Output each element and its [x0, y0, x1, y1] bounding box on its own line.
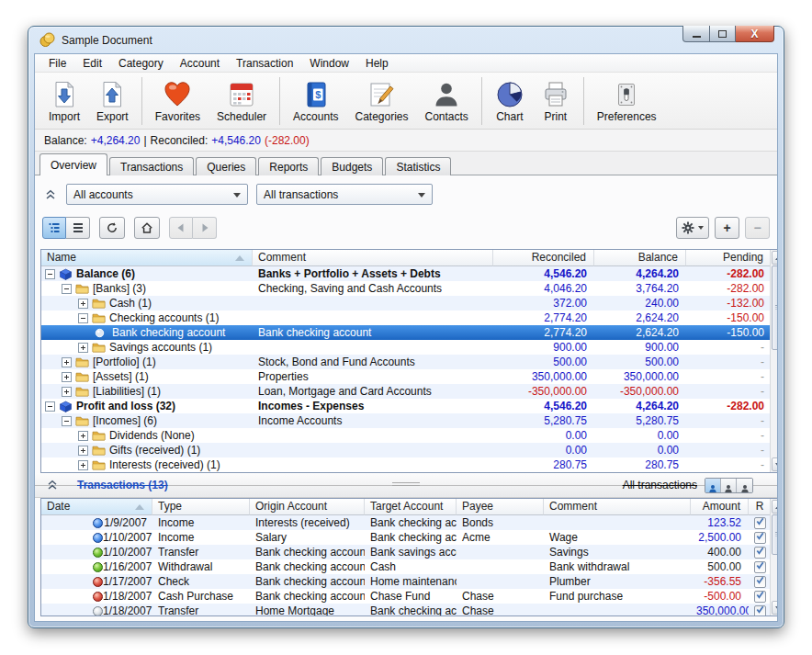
tab-budgets[interactable]: Budgets — [321, 157, 383, 175]
expander-plus-icon[interactable] — [78, 431, 88, 441]
expander-plus-icon[interactable] — [62, 387, 72, 397]
tree-row[interactable]: Interests (received) (1)280.75280.75- — [41, 457, 772, 472]
menu-item-help[interactable]: Help — [357, 55, 397, 72]
tree-row[interactable]: [Incomes] (6)Income Accounts5,280.755,28… — [41, 413, 772, 428]
transaction-row[interactable]: 1/10/2007IncomeSalaryBank checking accou… — [41, 530, 772, 545]
expander-plus-icon[interactable] — [62, 372, 72, 382]
tree-row[interactable]: Checking accounts (1)2,774.202,624.20-15… — [41, 311, 772, 325]
tree-row[interactable]: Balance (6)Banks + Portfolio + Assets + … — [41, 266, 772, 281]
expander-minus-icon[interactable] — [45, 269, 55, 279]
expander-plus-icon[interactable] — [62, 357, 72, 367]
tree-row[interactable]: Savings accounts (1)900.00900.00- — [41, 340, 772, 355]
accounts-button[interactable]: $Accounts — [285, 77, 346, 125]
column-header-name[interactable]: Name — [41, 250, 253, 266]
home-button[interactable] — [134, 217, 160, 239]
reconciled-checkbox[interactable] — [754, 532, 766, 544]
preferences-button[interactable]: Preferences — [589, 77, 665, 125]
splitter-grip[interactable] — [392, 482, 420, 488]
tab-reports[interactable]: Reports — [258, 157, 319, 175]
tab-statistics[interactable]: Statistics — [385, 157, 451, 175]
tree-row[interactable]: Bank checking accountBank checking accou… — [41, 325, 772, 340]
flat-view-button[interactable] — [66, 217, 90, 239]
print-button[interactable]: Print — [533, 77, 579, 125]
reconciled-checkbox[interactable] — [754, 576, 766, 588]
menu-item-edit[interactable]: Edit — [74, 55, 110, 72]
column-header-pending[interactable]: Pending — [686, 250, 772, 266]
column-header-target-account[interactable]: Target Account — [365, 499, 457, 515]
column-header-comment[interactable]: Comment — [253, 250, 493, 266]
actions-menu-button[interactable] — [676, 217, 709, 239]
expander-plus-icon[interactable] — [78, 460, 88, 470]
scroll-up-button[interactable] — [772, 500, 778, 514]
expander-plus-icon[interactable] — [78, 343, 88, 353]
expander-plus-icon[interactable] — [78, 299, 88, 309]
column-header-comment[interactable]: Comment — [544, 499, 691, 515]
collapse-chevrons-icon[interactable] — [44, 188, 57, 201]
tree-row[interactable]: [Liabilities] (1)Loan, Mortgage and Card… — [41, 384, 772, 399]
tree-view-button[interactable] — [42, 217, 66, 239]
scroll-down-button[interactable] — [772, 601, 778, 615]
transaction-row[interactable]: 1/16/2007WithdrawalBank checking account… — [41, 559, 772, 574]
transaction-row[interactable]: 1/18/2007TransferHome MortgageBank check… — [41, 604, 772, 616]
column-header-origin-account[interactable]: Origin Account — [250, 499, 365, 515]
title-bar[interactable]: Sample Document X — [28, 27, 784, 53]
tree-row[interactable]: Profit and loss (32)Incomes - Expenses4,… — [41, 399, 772, 413]
minimize-button[interactable] — [682, 26, 710, 42]
expander-minus-icon[interactable] — [45, 401, 55, 412]
contacts-button[interactable]: Contacts — [417, 77, 477, 125]
column-header-balance[interactable]: Balance — [594, 250, 686, 266]
expander-minus-icon[interactable] — [62, 416, 72, 426]
collapse-chevrons-icon[interactable] — [46, 479, 59, 491]
column-header-date[interactable]: Date — [41, 499, 152, 515]
payee-filter-button-3[interactable] — [737, 479, 752, 492]
transaction-row[interactable]: 1/9/2007IncomeInterests (received)Bank c… — [41, 515, 772, 530]
expander-minus-icon[interactable] — [78, 313, 88, 323]
reconciled-checkbox[interactable] — [754, 547, 766, 559]
favorites-button[interactable]: Favorites — [147, 77, 209, 125]
back-button[interactable] — [169, 217, 193, 239]
menu-item-category[interactable]: Category — [110, 55, 172, 72]
tab-transactions[interactable]: Transactions — [109, 157, 194, 175]
tree-row[interactable]: Gifts (received) (1)0.000.00- — [41, 443, 772, 457]
transactions-filter-combo[interactable]: All transactions — [256, 184, 433, 205]
reconciled-checkbox[interactable] — [754, 605, 766, 617]
transaction-row[interactable]: 1/10/2007TransferBank checking accountBa… — [41, 545, 772, 559]
categories-button[interactable]: Categories — [346, 77, 416, 125]
tab-queries[interactable]: Queries — [196, 157, 256, 175]
payee-filter-button-1[interactable] — [705, 479, 721, 492]
reconciled-checkbox[interactable] — [754, 591, 766, 603]
transactions-scrollbar[interactable] — [770, 499, 778, 615]
tree-row[interactable]: [Assets] (1)Properties350,000.00350,000.… — [41, 369, 772, 384]
scheduler-button[interactable]: Scheduler — [209, 77, 275, 125]
scroll-thumb[interactable] — [772, 514, 778, 555]
menu-item-account[interactable]: Account — [172, 55, 228, 72]
scroll-thumb[interactable] — [772, 265, 778, 350]
maximize-button[interactable] — [710, 26, 736, 42]
menu-item-file[interactable]: File — [40, 55, 74, 72]
scroll-up-button[interactable] — [772, 251, 778, 265]
column-header-type[interactable]: Type — [152, 499, 250, 515]
tree-row[interactable]: [Portfolio] (1)Stock, Bond and Fund Acco… — [41, 355, 772, 369]
tree-row[interactable]: [Banks] (3)Checking, Saving and Cash Acc… — [41, 281, 772, 296]
column-header-r[interactable]: R — [749, 499, 772, 515]
transaction-row[interactable]: 1/17/2007CheckBank checking accountHome … — [41, 574, 772, 589]
tree-row[interactable]: Dividends (None)0.000.00- — [41, 428, 772, 443]
refresh-button[interactable] — [99, 217, 125, 239]
tree-row[interactable]: Cash (1)372.00240.00-132.00 — [41, 296, 772, 311]
reconciled-checkbox[interactable] — [754, 517, 766, 529]
column-header-payee[interactable]: Payee — [457, 499, 544, 515]
expander-plus-icon[interactable] — [78, 446, 88, 456]
menu-item-window[interactable]: Window — [301, 55, 357, 72]
scroll-down-button[interactable] — [772, 457, 778, 471]
accounts-filter-combo[interactable]: All accounts — [66, 184, 248, 205]
export-button[interactable]: Export — [88, 77, 137, 125]
remove-button[interactable]: − — [745, 217, 770, 239]
transaction-row[interactable]: 1/18/2007Cash PurchaseBank checking acco… — [41, 589, 772, 604]
tab-overview[interactable]: Overview — [39, 153, 107, 175]
forward-button[interactable] — [193, 217, 217, 239]
tree-scrollbar[interactable] — [770, 250, 778, 472]
column-header-reconciled[interactable]: Reconciled — [493, 250, 594, 266]
chart-button[interactable]: Chart — [487, 77, 533, 125]
close-button[interactable]: X — [736, 26, 774, 42]
expander-minus-icon[interactable] — [62, 284, 72, 294]
